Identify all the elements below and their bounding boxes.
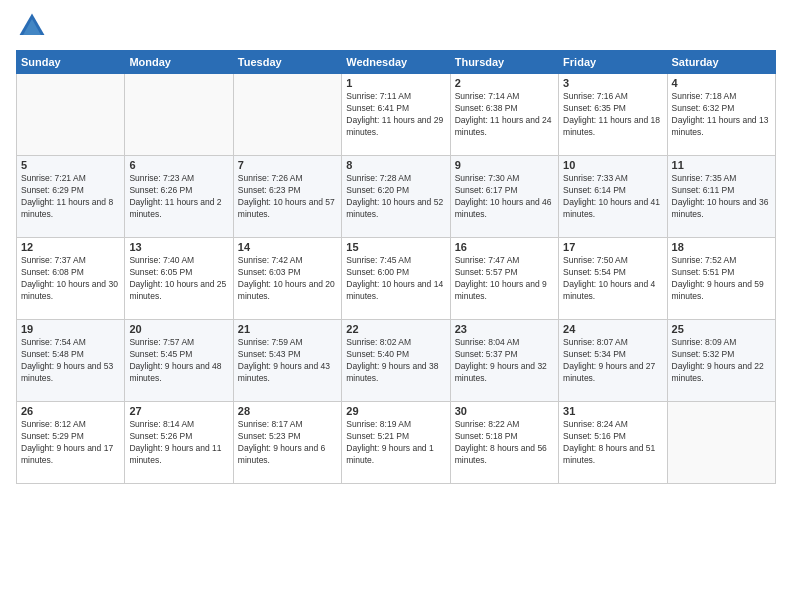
day-info: Sunrise: 7:23 AMSunset: 6:26 PMDaylight:… — [129, 173, 228, 221]
day-number: 21 — [238, 323, 337, 335]
day-info: Sunrise: 7:54 AMSunset: 5:48 PMDaylight:… — [21, 337, 120, 385]
day-info: Sunrise: 7:30 AMSunset: 6:17 PMDaylight:… — [455, 173, 554, 221]
day-number: 15 — [346, 241, 445, 253]
day-cell: 16Sunrise: 7:47 AMSunset: 5:57 PMDayligh… — [450, 238, 558, 320]
day-info: Sunrise: 8:02 AMSunset: 5:40 PMDaylight:… — [346, 337, 445, 385]
day-cell: 17Sunrise: 7:50 AMSunset: 5:54 PMDayligh… — [559, 238, 667, 320]
day-cell: 8Sunrise: 7:28 AMSunset: 6:20 PMDaylight… — [342, 156, 450, 238]
day-info: Sunrise: 7:11 AMSunset: 6:41 PMDaylight:… — [346, 91, 445, 139]
day-info: Sunrise: 8:04 AMSunset: 5:37 PMDaylight:… — [455, 337, 554, 385]
day-number: 28 — [238, 405, 337, 417]
day-number: 8 — [346, 159, 445, 171]
day-cell: 29Sunrise: 8:19 AMSunset: 5:21 PMDayligh… — [342, 402, 450, 484]
week-row-2: 5Sunrise: 7:21 AMSunset: 6:29 PMDaylight… — [17, 156, 776, 238]
week-row-5: 26Sunrise: 8:12 AMSunset: 5:29 PMDayligh… — [17, 402, 776, 484]
day-cell: 30Sunrise: 8:22 AMSunset: 5:18 PMDayligh… — [450, 402, 558, 484]
day-info: Sunrise: 7:26 AMSunset: 6:23 PMDaylight:… — [238, 173, 337, 221]
day-number: 1 — [346, 77, 445, 89]
day-cell: 10Sunrise: 7:33 AMSunset: 6:14 PMDayligh… — [559, 156, 667, 238]
day-info: Sunrise: 7:14 AMSunset: 6:38 PMDaylight:… — [455, 91, 554, 139]
day-cell: 7Sunrise: 7:26 AMSunset: 6:23 PMDaylight… — [233, 156, 341, 238]
weekday-header-tuesday: Tuesday — [233, 51, 341, 74]
day-info: Sunrise: 8:22 AMSunset: 5:18 PMDaylight:… — [455, 419, 554, 467]
day-cell: 28Sunrise: 8:17 AMSunset: 5:23 PMDayligh… — [233, 402, 341, 484]
day-number: 24 — [563, 323, 662, 335]
day-number: 16 — [455, 241, 554, 253]
day-cell: 18Sunrise: 7:52 AMSunset: 5:51 PMDayligh… — [667, 238, 775, 320]
day-cell: 31Sunrise: 8:24 AMSunset: 5:16 PMDayligh… — [559, 402, 667, 484]
day-number: 31 — [563, 405, 662, 417]
week-row-1: 1Sunrise: 7:11 AMSunset: 6:41 PMDaylight… — [17, 74, 776, 156]
day-cell: 5Sunrise: 7:21 AMSunset: 6:29 PMDaylight… — [17, 156, 125, 238]
day-number: 20 — [129, 323, 228, 335]
calendar-table: SundayMondayTuesdayWednesdayThursdayFrid… — [16, 50, 776, 484]
logo-icon — [16, 10, 48, 42]
day-info: Sunrise: 7:37 AMSunset: 6:08 PMDaylight:… — [21, 255, 120, 303]
day-number: 4 — [672, 77, 771, 89]
day-info: Sunrise: 8:17 AMSunset: 5:23 PMDaylight:… — [238, 419, 337, 467]
day-number: 30 — [455, 405, 554, 417]
day-info: Sunrise: 7:35 AMSunset: 6:11 PMDaylight:… — [672, 173, 771, 221]
week-row-3: 12Sunrise: 7:37 AMSunset: 6:08 PMDayligh… — [17, 238, 776, 320]
weekday-header-monday: Monday — [125, 51, 233, 74]
day-info: Sunrise: 7:16 AMSunset: 6:35 PMDaylight:… — [563, 91, 662, 139]
day-cell — [17, 74, 125, 156]
day-number: 2 — [455, 77, 554, 89]
day-number: 26 — [21, 405, 120, 417]
day-cell: 23Sunrise: 8:04 AMSunset: 5:37 PMDayligh… — [450, 320, 558, 402]
day-info: Sunrise: 7:45 AMSunset: 6:00 PMDaylight:… — [346, 255, 445, 303]
day-number: 5 — [21, 159, 120, 171]
day-info: Sunrise: 7:50 AMSunset: 5:54 PMDaylight:… — [563, 255, 662, 303]
day-cell: 15Sunrise: 7:45 AMSunset: 6:00 PMDayligh… — [342, 238, 450, 320]
day-cell: 3Sunrise: 7:16 AMSunset: 6:35 PMDaylight… — [559, 74, 667, 156]
day-cell: 25Sunrise: 8:09 AMSunset: 5:32 PMDayligh… — [667, 320, 775, 402]
day-cell: 14Sunrise: 7:42 AMSunset: 6:03 PMDayligh… — [233, 238, 341, 320]
day-number: 29 — [346, 405, 445, 417]
day-cell — [233, 74, 341, 156]
week-row-4: 19Sunrise: 7:54 AMSunset: 5:48 PMDayligh… — [17, 320, 776, 402]
day-cell: 27Sunrise: 8:14 AMSunset: 5:26 PMDayligh… — [125, 402, 233, 484]
day-info: Sunrise: 7:18 AMSunset: 6:32 PMDaylight:… — [672, 91, 771, 139]
header — [16, 10, 776, 42]
day-cell: 12Sunrise: 7:37 AMSunset: 6:08 PMDayligh… — [17, 238, 125, 320]
day-cell: 22Sunrise: 8:02 AMSunset: 5:40 PMDayligh… — [342, 320, 450, 402]
logo — [16, 10, 52, 42]
day-cell — [667, 402, 775, 484]
day-info: Sunrise: 7:42 AMSunset: 6:03 PMDaylight:… — [238, 255, 337, 303]
day-number: 22 — [346, 323, 445, 335]
day-info: Sunrise: 8:14 AMSunset: 5:26 PMDaylight:… — [129, 419, 228, 467]
day-info: Sunrise: 7:40 AMSunset: 6:05 PMDaylight:… — [129, 255, 228, 303]
page: SundayMondayTuesdayWednesdayThursdayFrid… — [0, 0, 792, 612]
day-cell: 1Sunrise: 7:11 AMSunset: 6:41 PMDaylight… — [342, 74, 450, 156]
day-cell: 2Sunrise: 7:14 AMSunset: 6:38 PMDaylight… — [450, 74, 558, 156]
day-info: Sunrise: 8:19 AMSunset: 5:21 PMDaylight:… — [346, 419, 445, 467]
day-number: 9 — [455, 159, 554, 171]
day-number: 23 — [455, 323, 554, 335]
day-info: Sunrise: 8:12 AMSunset: 5:29 PMDaylight:… — [21, 419, 120, 467]
day-cell: 4Sunrise: 7:18 AMSunset: 6:32 PMDaylight… — [667, 74, 775, 156]
day-number: 11 — [672, 159, 771, 171]
day-number: 6 — [129, 159, 228, 171]
day-cell: 20Sunrise: 7:57 AMSunset: 5:45 PMDayligh… — [125, 320, 233, 402]
weekday-header-sunday: Sunday — [17, 51, 125, 74]
day-info: Sunrise: 7:57 AMSunset: 5:45 PMDaylight:… — [129, 337, 228, 385]
day-number: 3 — [563, 77, 662, 89]
day-info: Sunrise: 7:52 AMSunset: 5:51 PMDaylight:… — [672, 255, 771, 303]
day-cell: 13Sunrise: 7:40 AMSunset: 6:05 PMDayligh… — [125, 238, 233, 320]
day-cell: 9Sunrise: 7:30 AMSunset: 6:17 PMDaylight… — [450, 156, 558, 238]
weekday-header-friday: Friday — [559, 51, 667, 74]
day-number: 14 — [238, 241, 337, 253]
day-number: 17 — [563, 241, 662, 253]
day-number: 13 — [129, 241, 228, 253]
day-cell: 24Sunrise: 8:07 AMSunset: 5:34 PMDayligh… — [559, 320, 667, 402]
day-info: Sunrise: 8:24 AMSunset: 5:16 PMDaylight:… — [563, 419, 662, 467]
day-cell: 11Sunrise: 7:35 AMSunset: 6:11 PMDayligh… — [667, 156, 775, 238]
day-number: 12 — [21, 241, 120, 253]
day-cell — [125, 74, 233, 156]
day-info: Sunrise: 7:28 AMSunset: 6:20 PMDaylight:… — [346, 173, 445, 221]
day-cell: 6Sunrise: 7:23 AMSunset: 6:26 PMDaylight… — [125, 156, 233, 238]
day-cell: 19Sunrise: 7:54 AMSunset: 5:48 PMDayligh… — [17, 320, 125, 402]
day-number: 27 — [129, 405, 228, 417]
day-info: Sunrise: 7:59 AMSunset: 5:43 PMDaylight:… — [238, 337, 337, 385]
day-info: Sunrise: 7:33 AMSunset: 6:14 PMDaylight:… — [563, 173, 662, 221]
